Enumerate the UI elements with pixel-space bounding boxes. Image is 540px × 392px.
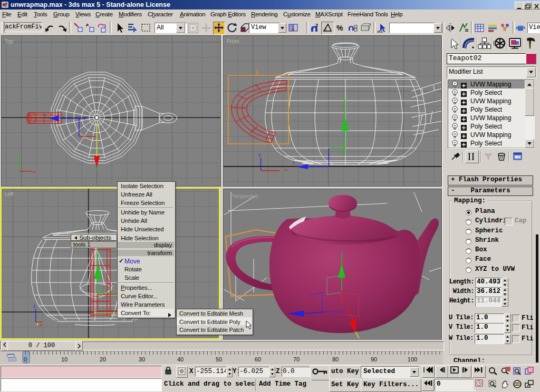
svg-text:x: x <box>285 167 288 172</box>
svg-text:0: 0 <box>24 356 27 362</box>
svg-text:30: 30 <box>139 356 145 362</box>
svg-text:%: % <box>336 24 343 32</box>
svg-text:50: 50 <box>216 356 222 362</box>
svg-text:20: 20 <box>100 356 106 362</box>
svg-text:70: 70 <box>293 356 300 362</box>
svg-text:3: 3 <box>315 23 318 28</box>
svg-text:x: x <box>44 113 46 117</box>
svg-text:90: 90 <box>371 356 377 362</box>
svg-text:Left: Left <box>5 191 14 197</box>
svg-text:x: x <box>40 322 42 328</box>
svg-text:Top: Top <box>5 38 14 44</box>
svg-text:z: z <box>33 303 36 309</box>
svg-text:z: z <box>293 160 295 165</box>
svg-text:10: 10 <box>61 356 68 362</box>
svg-text:80: 80 <box>332 356 339 362</box>
svg-text:Perspective: Perspective <box>230 193 258 199</box>
svg-text:40: 40 <box>177 356 184 362</box>
svg-text:x: x <box>33 169 35 174</box>
svg-text:z: z <box>258 152 261 158</box>
svg-text:Front: Front <box>227 38 239 44</box>
svg-text:y: y <box>342 94 345 100</box>
svg-text:y: y <box>16 154 19 160</box>
svg-text:60: 60 <box>255 356 261 362</box>
svg-text:abc: abc <box>377 30 383 33</box>
svg-text:100: 100 <box>408 356 417 362</box>
